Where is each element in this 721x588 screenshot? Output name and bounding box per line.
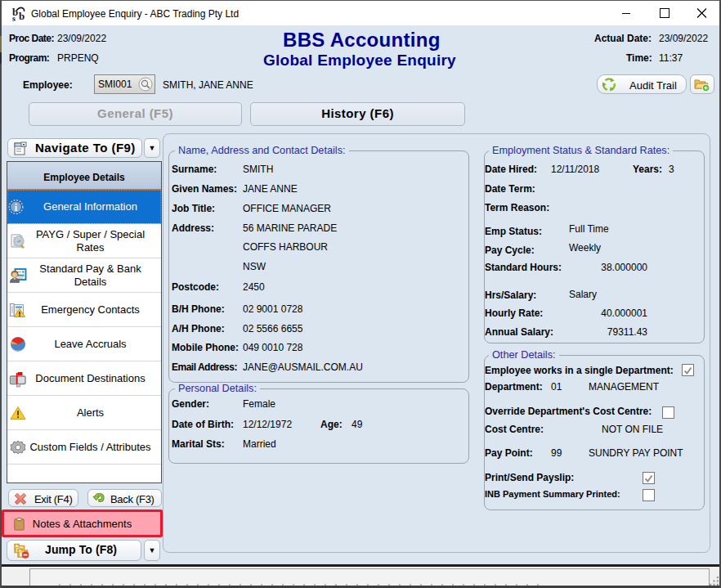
svg-text:b: b (19, 10, 25, 22)
svg-text:s: s (12, 14, 16, 23)
svg-text:i: i (15, 202, 18, 213)
